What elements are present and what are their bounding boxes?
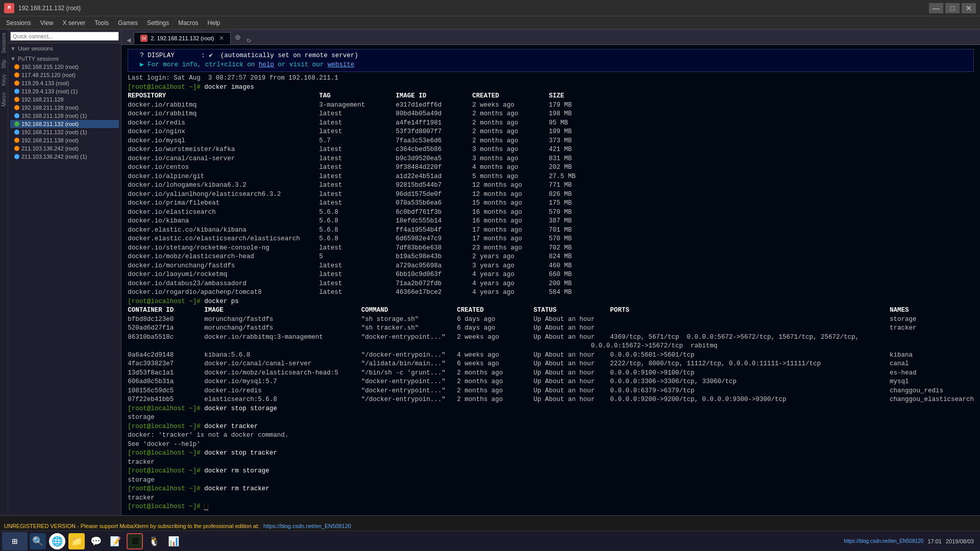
side-label-macro[interactable]: Macro [0,89,8,110]
side-labels: Sessions Sftp Keys Macro [0,30,8,515]
docker-image-row: docker.io/lohogames/kibana6.3.2 latest 9… [128,181,974,190]
session-item[interactable]: 119.29.4.133 (root) (1) [10,87,119,95]
session-item[interactable]: 192.168.215.120 (root) [10,63,119,71]
taskbar-app7[interactable]: 🐧 [145,532,163,550]
session-item[interactable]: 192.168.211.128 (root) [10,104,119,112]
images-header: REPOSITORY TAG IMAGE ID CREATED SIZE [128,92,974,101]
docker-image-row: docker.io/databus23/ambassadord latest 7… [128,280,974,289]
putty-sessions-label: PuTTY sessions [18,56,59,62]
container-row: 0a6a4c2d9148 kibana:5.6.8 "/docker-entry… [128,351,974,360]
session-item[interactable]: 211.103.136.242 (root) (1) [10,153,119,161]
side-label-keyboard[interactable]: Keys [0,71,8,89]
docker-image-row: docker.io/rabbitmq 3-management e317d1ed… [128,101,974,110]
cmd-stop-storage: [root@localhost ~]# docker stop storage [128,405,974,414]
menu-sessions[interactable]: Sessions [2,18,35,28]
search-input[interactable] [10,32,119,41]
side-label-sftp[interactable]: Sftp [0,57,8,72]
ps-header: CONTAINER ID IMAGE COMMAND CREATED STATU… [128,306,974,315]
docker-image-row: docker.io/stetang/rocketme-console-ng la… [128,244,974,253]
menu-view[interactable]: View [36,18,58,28]
user-sessions-label: User sessions [18,45,53,52]
tab-close-button[interactable]: ✕ [219,35,224,42]
putty-sessions-header[interactable]: ▼ PuTTY sessions [10,55,119,63]
docker-image-row: docker.io/yalianlhong/elasticsearch6.3.2… [128,190,974,199]
close-button[interactable]: ✕ [962,3,976,13]
session-item[interactable]: 119.29.4.133 (root) [10,79,119,87]
user-sessions-header[interactable]: ▼ User sessions [10,44,119,53]
container-row: 520ad6d27f1a morunchang/fastdfs "sh trac… [128,324,974,333]
cmd-stop-tracker: [root@localhost ~]# docker stop tracker [128,449,974,458]
container-row: 606ad8c5b31a docker.io/mysql:5.7 "docker… [128,378,974,387]
menu-tools[interactable]: Tools [90,18,113,28]
docker-image-row: docker.io/kibana 5.6.8 18efdc555b14 16 m… [128,217,974,226]
container-row: bfbd8dc123e0 morunchang/fastdfs "sh stor… [128,315,974,324]
session-item[interactable]: 192.168.211.132 (root) (1) [10,128,119,136]
tab-arrow-left[interactable]: ◀ [124,36,134,44]
tab-icon: M [140,35,148,42]
session-item[interactable]: 192.168.211.128 [10,95,119,104]
cmd-out-rm-tracker: tracker [128,494,974,503]
cmd-tracker-error2: See 'docker --help' [128,440,974,449]
container-row: 0.0.0.0:15672->15672/tcp rabitmq [128,342,974,351]
subscribe-link[interactable]: https://blog.csdn.net/en_EN508120 [263,523,351,529]
unregistered-warning: UNREGISTERED VERSION - Please support Mo… [4,523,259,529]
window-title: 192.168.211.132 (root) [18,5,81,12]
putty-sessions-group: ▼ PuTTY sessions 192.168.215.120 (root) … [8,54,121,162]
container-row: 13d53f8ac1a1 docker.io/mobz/elasticsearc… [128,369,974,378]
cmd-tracker-error1: docker: 'tracker' is not a docker comman… [128,431,974,440]
session-item[interactable]: 192.168.211.128 (root) (1) [10,112,119,120]
menu-bar: Sessions View X server Tools Games Setti… [0,16,980,30]
terminal-area: ◀ M 2. 192.168.211.132 (root) ✕ ⊕ ↻ ? DI… [121,30,980,515]
display-line: ? DISPLAY : ✔ (automatically set on remo… [132,52,969,61]
start-button[interactable]: ⊞ [2,532,28,550]
last-login-line: Last login: Sat Aug 3 08:27:57 2019 from… [128,74,974,83]
docker-image-row: docker.io/morunchang/fastdfs latest a729… [128,262,974,271]
taskbar-date: 2019/08/03 [946,538,974,544]
session-item-active[interactable]: 192.168.211.132 (root) [10,120,119,128]
taskbar: ⊞ 🔍 🌐 📁 💬 📝 🖥 🐧 📊 https://blog.csdn.net/… [0,531,980,551]
taskbar-search[interactable]: 🔍 [29,532,47,550]
terminal-output[interactable]: ? DISPLAY : ✔ (automatically set on remo… [121,45,980,515]
menu-macros[interactable]: Macros [174,18,202,28]
taskbar-terminal[interactable]: 🖥 [126,532,144,550]
docker-image-row: docker.io/elasticsearch 5.6.8 6c0bdf761f… [128,208,974,217]
taskbar-app4[interactable]: 💬 [87,532,105,550]
docker-image-row: docker.elastic.co/kibana/kibana 5.6.8 ff… [128,226,974,235]
docker-image-row: docker.io/mobz/elasticsearch-head 5 b19a… [128,253,974,262]
session-item[interactable]: 192.168.211.138 (root) [10,136,119,144]
docker-image-row: docker.elastic.co/elasticsearch/elastics… [128,235,974,244]
taskbar-app8[interactable]: 📊 [164,532,183,550]
menu-games[interactable]: Games [114,18,142,28]
docker-image-row: docker.io/mysql 5.7 7faa3c53e6d6 2 month… [128,137,974,146]
container-row: 4fac393823e7 docker.io/canal/canal-serve… [128,360,974,369]
side-label-sessions[interactable]: Sessions [0,30,8,57]
final-prompt: [root@localhost ~]# █ [128,503,974,512]
info-line: ▶ For more info, ctrl+click on help or v… [132,61,969,70]
cmd-rm-storage: [root@localhost ~]# docker rm storage [128,467,974,476]
tab-refresh[interactable]: ↻ [247,36,251,44]
taskbar-explorer[interactable]: 📁 [67,532,86,550]
session-item[interactable]: 117.48.215.120 (root) [10,71,119,79]
taskbar-app5[interactable]: 📝 [106,532,125,550]
docker-image-row: docker.io/laoyumi/rocketmq latest 6bb10c… [128,270,974,280]
container-row: 108156c59dc5 docker.io/redis "docker-ent… [128,387,974,396]
taskbar-chrome[interactable]: 🌐 [48,532,66,550]
menu-help[interactable]: Help [204,18,225,28]
taskbar-time: 17:01 [927,538,942,544]
minimize-button[interactable]: — [929,3,943,13]
session-panel: ▼ User sessions ▼ PuTTY sessions 192.168… [8,30,121,515]
user-sessions-group: ▼ User sessions [8,43,121,54]
terminal-tab[interactable]: M 2. 192.168.211.132 (root) ✕ [134,32,231,44]
cmd-out-rm-storage: storage [128,476,974,485]
menu-settings[interactable]: Settings [143,18,173,28]
maximize-button[interactable]: □ [945,3,960,13]
title-bar: M 192.168.211.132 (root) — □ ✕ [0,0,980,16]
taskbar-tray-text: https://blog.csdn.net/en_EN508120 [844,538,923,544]
docker-image-row: docker.io/redis latest a4fe14ff1981 2 mo… [128,119,974,128]
app-icon: M [4,3,14,13]
menu-x-server[interactable]: X server [59,18,90,28]
docker-image-row: docker.io/rogardio/apachenp/tomcat8 late… [128,288,974,297]
docker-images-cmd: [root@localhost ~]# docker images [128,83,974,92]
new-tab-button[interactable]: ⊕ [231,32,244,43]
session-item[interactable]: 211.103.136.242 (root) [10,144,119,153]
